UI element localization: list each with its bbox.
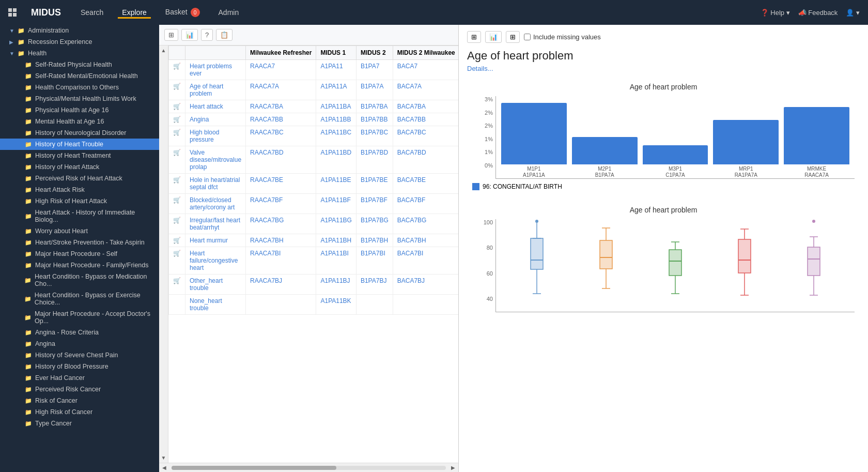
cart-cell[interactable]: 🛒 bbox=[169, 146, 185, 174]
cart-icon[interactable]: 🛒 bbox=[173, 83, 181, 90]
var-code-cell[interactable]: A1PA11BE bbox=[316, 174, 356, 194]
sidebar-item-perceived-cancer[interactable]: 📁 Perceived Risk Cancer bbox=[0, 384, 159, 395]
sidebar-item-angina[interactable]: 📁 Angina bbox=[0, 338, 159, 349]
var-code-link[interactable]: RAACA7BB bbox=[250, 116, 283, 123]
var-code-cell[interactable]: BACA7BJ bbox=[393, 275, 458, 295]
var-code-link[interactable]: B1PA7BH bbox=[361, 237, 388, 244]
var-code-cell[interactable]: BACA7BB bbox=[393, 113, 458, 126]
sidebar-item-ever-cancer[interactable]: 📁 Ever Had Cancer bbox=[0, 372, 159, 384]
var-code-link[interactable]: RAACA7BI bbox=[250, 250, 281, 257]
var-code-link[interactable]: BACA7BH bbox=[397, 237, 426, 244]
nav-admin[interactable]: Admin bbox=[214, 6, 243, 19]
var-link[interactable]: Other_heart trouble bbox=[190, 277, 223, 292]
sidebar-item-major-heart-self[interactable]: 📁 Major Heart Procedure - Self bbox=[0, 248, 159, 260]
nav-search[interactable]: Search bbox=[76, 6, 107, 19]
var-code-link[interactable]: A1PA11BG bbox=[320, 217, 351, 224]
scroll-up-btn[interactable]: ▲ bbox=[160, 47, 167, 54]
sidebar-item-major-heart-family[interactable]: 📁 Major Heart Procedure - Family/Friends bbox=[0, 260, 159, 271]
var-code-cell[interactable]: A1PA11BB bbox=[316, 113, 356, 126]
sidebar-item-bypass-ex[interactable]: 📁 Heart Condition - Bypass or Exercise C… bbox=[0, 290, 159, 308]
var-code-cell[interactable]: BACA7BG bbox=[393, 214, 458, 234]
sidebar-item-neuro[interactable]: 📁 History of Neurological Disorder bbox=[0, 127, 159, 139]
cart-icon[interactable]: 🛒 bbox=[173, 217, 181, 224]
var-link[interactable]: Hole in heart/atrial septal dfct bbox=[190, 176, 240, 191]
sidebar-item-perceived-heart[interactable]: 📁 Perceived Risk of Heart Attack bbox=[0, 173, 159, 184]
sidebar-item-health[interactable]: ▼ 📁 Health bbox=[0, 48, 159, 59]
var-link[interactable]: Age of heart problem bbox=[190, 83, 223, 97]
var-link[interactable]: Irregular/fast heart beat/arrhyt bbox=[190, 217, 240, 231]
var-code-link[interactable]: A1PA11BF bbox=[320, 196, 350, 204]
cart-icon[interactable]: 🛒 bbox=[173, 63, 181, 70]
var-code-cell[interactable]: B1PA7BD bbox=[356, 146, 393, 174]
var-code-cell[interactable]: BACA7A bbox=[393, 80, 458, 100]
chart-expand-btn[interactable]: ⊞ bbox=[467, 31, 481, 43]
download-btn[interactable]: 📋 bbox=[216, 29, 233, 41]
var-code-link[interactable]: A1PA11BI bbox=[320, 250, 348, 257]
var-code-link[interactable]: RAACA7BA bbox=[250, 103, 283, 110]
var-code-link[interactable]: RAACA7A bbox=[250, 83, 279, 90]
var-code-cell[interactable]: B1PA7A bbox=[356, 80, 393, 100]
var-code-cell[interactable]: B1PA7BI bbox=[356, 247, 393, 275]
sidebar-item-high-risk-heart[interactable]: 📁 High Risk of Heart Attack bbox=[0, 195, 159, 207]
sidebar-item-recession[interactable]: ▶ 📁 Recession Experience bbox=[0, 36, 159, 48]
var-code-link[interactable]: A1PA11BB bbox=[320, 116, 351, 123]
var-code-link[interactable]: BACA7BF bbox=[397, 196, 426, 204]
help-btn[interactable]: ? bbox=[201, 29, 213, 41]
var-code-cell[interactable]: BACA7BF bbox=[393, 194, 458, 214]
cart-icon[interactable]: 🛒 bbox=[173, 250, 181, 257]
cart-cell[interactable]: 🛒 bbox=[169, 194, 185, 214]
cart-cell[interactable]: 🛒 bbox=[169, 100, 185, 113]
var-code-cell[interactable]: BACA7BC bbox=[393, 126, 458, 146]
scroll-left-btn[interactable]: ◀ bbox=[159, 464, 169, 471]
sidebar-item-heart-attack-risk[interactable]: 📁 Heart Attack Risk bbox=[0, 184, 159, 195]
sidebar-item-severe-chest[interactable]: 📁 History of Severe Chest Pain bbox=[0, 349, 159, 361]
cart-cell[interactable]: 🛒 bbox=[169, 60, 185, 80]
var-code-link[interactable]: B1PA7BD bbox=[361, 149, 388, 156]
var-code-link[interactable]: RAACA7BC bbox=[250, 129, 284, 136]
var-code-cell[interactable]: BACA7BE bbox=[393, 174, 458, 194]
cart-icon[interactable]: 🛒 bbox=[173, 103, 181, 110]
var-link[interactable]: Heart murmur bbox=[190, 237, 228, 244]
var-link[interactable]: Blocked/closed artery/corony art bbox=[190, 196, 235, 211]
var-code-cell[interactable]: BACA7BH bbox=[393, 234, 458, 247]
sidebar-item-worry-heart[interactable]: 📁 Worry about Heart bbox=[0, 225, 159, 237]
var-link[interactable]: High blood pressure bbox=[190, 129, 219, 143]
sidebar-item-type-cancer[interactable]: 📁 Type Cancer bbox=[0, 418, 159, 429]
var-code-cell[interactable]: B1PA7BG bbox=[356, 214, 393, 234]
var-code-link[interactable]: BACA7BC bbox=[397, 129, 426, 136]
var-code-link[interactable]: A1PA11BH bbox=[320, 237, 351, 244]
var-code-cell[interactable]: B1PA7BH bbox=[356, 234, 393, 247]
sidebar-item-heart-bio[interactable]: 📁 Heart Attack - History of Immediate Bi… bbox=[0, 207, 159, 225]
var-code-cell[interactable]: RAACA7BG bbox=[246, 214, 316, 234]
var-code-link[interactable]: A1PA11A bbox=[320, 83, 347, 90]
var-code-link[interactable]: RAACA7BE bbox=[250, 176, 283, 184]
var-code-cell[interactable]: A1PA11BC bbox=[316, 126, 356, 146]
var-code-link[interactable]: B1PA7BI bbox=[361, 250, 385, 257]
cart-icon[interactable]: 🛒 bbox=[173, 237, 181, 244]
cart-icon[interactable]: 🛒 bbox=[173, 116, 181, 123]
scroll-down-btn[interactable]: ▼ bbox=[160, 454, 167, 462]
nav-explore[interactable]: Explore bbox=[118, 6, 150, 19]
var-code-cell[interactable]: B1PA7BB bbox=[356, 113, 393, 126]
chart-table-btn[interactable]: ⊞ bbox=[506, 31, 520, 43]
cart-cell[interactable]: 🛒 bbox=[169, 247, 185, 275]
var-code-link[interactable]: B1PA7A bbox=[361, 83, 383, 90]
var-code-cell[interactable]: A1PA11A bbox=[316, 80, 356, 100]
sidebar-item-risk-cancer[interactable]: 📁 Risk of Cancer bbox=[0, 395, 159, 406]
include-missing-checkbox[interactable] bbox=[524, 34, 531, 40]
scroll-right-btn[interactable]: ▶ bbox=[448, 464, 458, 471]
sidebar-item-heart-treatment[interactable]: 📁 History of Heart Treatment bbox=[0, 150, 159, 161]
chart-details-link[interactable]: Details... bbox=[467, 65, 860, 72]
feedback-link[interactable]: 📣 Feedback bbox=[798, 9, 838, 17]
sidebar-item-health-comparison[interactable]: 📁 Health Comparison to Others bbox=[0, 82, 159, 93]
var-link[interactable]: Heart problems ever bbox=[190, 63, 232, 77]
var-link[interactable]: Heart attack bbox=[190, 103, 223, 110]
chart-bar-btn[interactable]: 📊 bbox=[485, 31, 502, 43]
var-code-cell[interactable]: BACA7BI bbox=[393, 247, 458, 275]
var-code-cell[interactable]: A1PA11BA bbox=[316, 100, 356, 113]
var-code-link[interactable]: BACA7A bbox=[397, 83, 422, 90]
app-grid-icon[interactable] bbox=[8, 8, 17, 17]
var-code-cell[interactable]: A1PA11BK bbox=[316, 295, 356, 315]
help-link[interactable]: ❓ Help ▾ bbox=[761, 9, 790, 17]
var-code-link[interactable]: RAACA7BF bbox=[250, 196, 283, 204]
